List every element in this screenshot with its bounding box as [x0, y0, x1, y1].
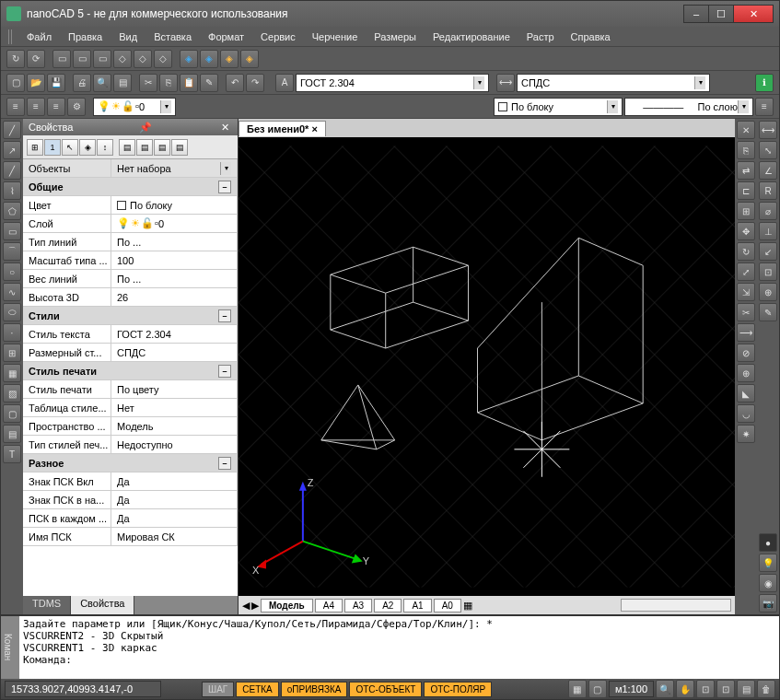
shade2-icon[interactable]: ◈ — [200, 50, 218, 68]
layerprev-icon[interactable]: ≡ — [27, 98, 45, 116]
scale-icon[interactable]: ⤢ — [737, 262, 755, 281]
status-pan-icon[interactable]: ✋ — [676, 680, 694, 698]
grip-handle[interactable] — [8, 29, 14, 44]
menu-modify[interactable]: Редактирование — [425, 29, 518, 45]
cut-icon[interactable]: ✂ — [139, 74, 157, 92]
ellipse-icon[interactable]: ⬭ — [3, 303, 21, 321]
material-icon[interactable]: ◉ — [759, 574, 777, 592]
status-tool1-icon[interactable]: ⊡ — [696, 680, 715, 698]
orbit-icon[interactable]: ↻ — [6, 50, 25, 68]
ptool-5[interactable]: ↕ — [97, 139, 113, 156]
prop-section[interactable]: Разное– — [23, 454, 238, 472]
textstyle-combo[interactable]: ГОСТ 2.304▾ — [296, 74, 489, 92]
array-icon[interactable]: ⊞ — [737, 202, 755, 220]
layer-combo[interactable]: 💡☀🔓▫ 0▾ — [93, 98, 176, 116]
menu-help[interactable]: Справка — [564, 29, 618, 45]
region-icon[interactable]: ▢ — [3, 404, 21, 423]
light-icon[interactable]: 💡 — [759, 554, 777, 572]
tab-close-icon[interactable]: × — [311, 123, 317, 134]
status-polar[interactable]: ОТС-ПОЛЯР — [424, 682, 492, 697]
vptab-prev-icon[interactable]: ◀ — [242, 600, 250, 612]
dimstyle-combo[interactable]: СПДС▾ — [517, 74, 710, 92]
panel-tab-tdms[interactable]: TDMS — [23, 596, 71, 614]
explode-icon[interactable]: ✷ — [737, 425, 755, 443]
save-icon[interactable]: 💾 — [47, 74, 65, 92]
layerwalk-icon[interactable]: ≡ — [47, 98, 65, 116]
linetype-combo[interactable]: ————По слою▾ — [624, 98, 753, 116]
dimedit-icon[interactable]: ✎ — [759, 303, 777, 321]
status-otrack[interactable]: ОТС-ОБЪЕКТ — [349, 682, 422, 697]
xline-icon[interactable]: ╱ — [3, 161, 21, 180]
erase-icon[interactable]: ✕ — [737, 121, 755, 139]
prop-value[interactable]: По ... — [111, 270, 238, 287]
ray-icon[interactable]: ↗ — [3, 141, 21, 159]
rotate-icon[interactable]: ↻ — [737, 242, 755, 261]
menu-dimensions[interactable]: Размеры — [367, 29, 424, 45]
document-tab[interactable]: Без имени0* × — [239, 121, 326, 136]
new-icon[interactable]: ▢ — [6, 74, 25, 92]
arc-icon[interactable]: ⌒ — [3, 242, 21, 261]
view-iso1-icon[interactable]: ◇ — [113, 50, 132, 68]
prop-value[interactable]: По цвету — [111, 380, 238, 398]
status-osnap[interactable]: оПРИВЯЗКА — [281, 682, 348, 697]
stretch-icon[interactable]: ⇲ — [737, 283, 755, 301]
vptab-a2[interactable]: A2 — [374, 599, 402, 612]
chamfer-icon[interactable]: ◣ — [737, 384, 755, 402]
copy2-icon[interactable]: ⎘ — [737, 141, 755, 159]
prop-value[interactable]: Да — [111, 491, 238, 508]
circle-icon[interactable]: ○ — [3, 262, 21, 281]
hatch-icon[interactable]: ▦ — [3, 364, 21, 382]
menu-file[interactable]: Файл — [19, 29, 59, 45]
plot-icon[interactable]: ▤ — [113, 74, 132, 92]
spline-icon[interactable]: ∿ — [3, 283, 21, 301]
ptool-4[interactable]: ◈ — [79, 139, 96, 156]
mtext-icon[interactable]: T — [3, 445, 21, 463]
prop-value[interactable]: Модель — [111, 417, 238, 435]
ptool-7[interactable]: ▤ — [136, 139, 153, 156]
tolerance-icon[interactable]: ⊡ — [759, 262, 777, 281]
status-tool3-icon[interactable]: ▤ — [737, 680, 755, 698]
titlebar[interactable]: nanoCAD 5 - не для коммерческого использ… — [1, 1, 779, 27]
render-icon[interactable]: ● — [759, 533, 777, 552]
view-iso3-icon[interactable]: ◇ — [154, 50, 172, 68]
preview-icon[interactable]: 🔍 — [93, 74, 111, 92]
dimstyle-icon[interactable]: ⟷ — [496, 74, 515, 92]
prop-value[interactable]: Нет — [111, 399, 238, 416]
view-side-icon[interactable]: ▭ — [93, 50, 111, 68]
panel-header[interactable]: Свойства 📌 ✕ — [23, 119, 238, 135]
prop-value[interactable]: 100 — [111, 251, 238, 269]
ptool-8[interactable]: ▤ — [154, 139, 170, 156]
line-icon[interactable]: ╱ — [3, 121, 21, 139]
mirror-icon[interactable]: ⇄ — [737, 161, 755, 180]
prop-value[interactable]: СПДС — [111, 344, 238, 361]
view-top-icon[interactable]: ▭ — [52, 50, 71, 68]
status-tool2-icon[interactable]: ⊡ — [716, 680, 735, 698]
ptool-6[interactable]: ▤ — [119, 139, 135, 156]
menu-service[interactable]: Сервис — [253, 29, 303, 45]
prop-section[interactable]: Стиль печати– — [23, 362, 238, 379]
vptab-a0[interactable]: A0 — [434, 599, 461, 612]
dim-ang-icon[interactable]: ∠ — [759, 161, 777, 180]
shade1-icon[interactable]: ◈ — [180, 50, 198, 68]
point-icon[interactable]: · — [3, 323, 21, 342]
status-icon1[interactable]: ▦ — [568, 680, 587, 698]
dim-rad-icon[interactable]: R — [759, 181, 777, 200]
prop-value[interactable]: Мировая СК — [111, 528, 238, 545]
ptool-2[interactable]: 1 — [44, 139, 61, 156]
help-icon[interactable]: ℹ — [755, 74, 774, 92]
prop-value[interactable]: По ... — [111, 233, 238, 251]
rect-icon[interactable]: ▭ — [3, 222, 21, 240]
open-icon[interactable]: 📂 — [27, 74, 45, 92]
redo-icon[interactable]: ↷ — [246, 74, 264, 92]
paste-icon[interactable]: 📋 — [180, 74, 198, 92]
vptab-add-icon[interactable]: ▦ — [463, 600, 472, 612]
panel-close-icon[interactable]: ✕ — [218, 122, 232, 134]
break-icon[interactable]: ⊘ — [737, 344, 755, 362]
vptab-model[interactable]: Модель — [261, 599, 313, 612]
view-iso2-icon[interactable]: ◇ — [134, 50, 152, 68]
maximize-button[interactable]: ☐ — [708, 5, 734, 23]
dim-lin-icon[interactable]: ⟷ — [759, 121, 777, 139]
table-icon[interactable]: ▤ — [3, 425, 21, 443]
menu-format[interactable]: Формат — [201, 29, 251, 45]
polygon-icon[interactable]: ⬠ — [3, 202, 21, 220]
